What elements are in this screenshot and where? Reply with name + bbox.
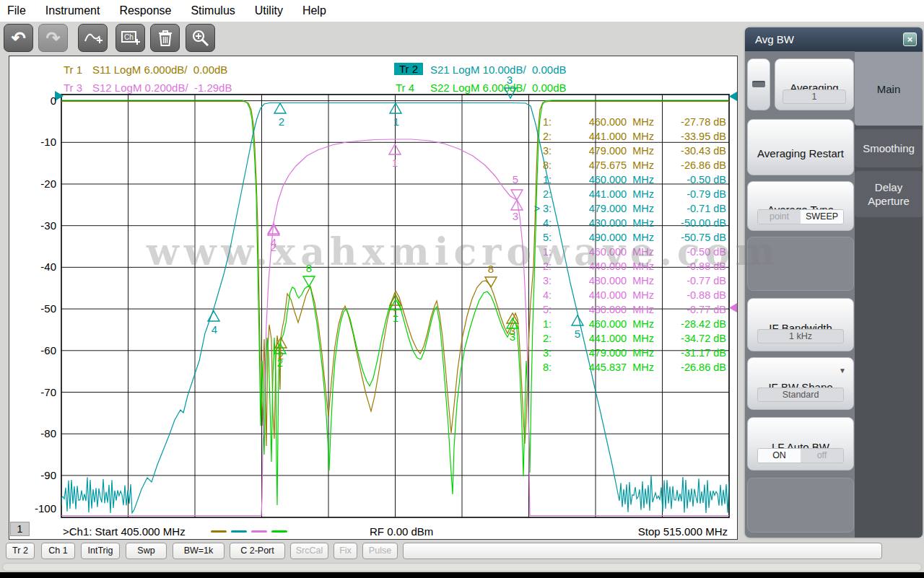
lf-auto-bw-on[interactable]: ON (758, 449, 801, 463)
y-tick--70: -70 (20, 386, 56, 398)
dropdown-arrow-icon: ▼ (839, 367, 846, 375)
marker-row: 4:440.000 MHz-0.88 dB (521, 288, 726, 302)
vna-application-window: FileInstrumentResponseStimulusUtilityHel… (0, 0, 924, 578)
menu-instrument[interactable]: Instrument (45, 4, 100, 17)
trace2-id-active-badge[interactable]: Tr 2 (394, 63, 423, 75)
if-bandwidth-button[interactable]: IF Bandwidth 1 kHz (747, 298, 854, 351)
if-bw-shape-value[interactable]: Standard (757, 387, 844, 402)
trace4-id[interactable]: Tr 4 (396, 82, 414, 94)
marker-row: 5:490.000 MHz-50.75 dB (521, 230, 726, 245)
averaging-button[interactable]: Averaging 1 (775, 58, 854, 110)
average-type-toggle[interactable]: point SWEEP (757, 209, 844, 224)
panel-close-button[interactable]: × (903, 32, 917, 46)
status-swp[interactable]: Swp (126, 543, 167, 559)
marker-row: > 3:479.000 MHz-0.71 dB (521, 201, 726, 216)
stop-frequency-label[interactable]: Stop 515.000 MHz (614, 525, 728, 538)
averaging-restart-label: Averaging Restart (748, 147, 853, 161)
status-inttrig[interactable]: IntTrig (81, 543, 120, 559)
marker-row: 3:480.000 MHz-0.77 dB (521, 273, 726, 288)
status-ch-1[interactable]: Ch 1 (41, 543, 75, 559)
status-empty[interactable] (403, 543, 882, 559)
status-tr-2[interactable]: Tr 2 (6, 543, 35, 559)
menu-stimulus[interactable]: Stimulus (191, 4, 235, 17)
undo-icon: ↶ (11, 30, 25, 47)
y-tick--40: -40 (20, 260, 56, 273)
y-tick--10: -10 (20, 136, 56, 148)
status-c-2-port[interactable]: C 2-Port (230, 543, 285, 559)
undo-button[interactable]: ↶ (4, 24, 33, 52)
status-bw=1k[interactable]: BW=1k (173, 543, 225, 559)
trace4-label: S22 LogM 6.000dB/ 0.00dB (430, 82, 566, 94)
add-channel-button[interactable]: Ch (116, 24, 145, 52)
average-type-point[interactable]: point (758, 210, 801, 224)
bottom-black-bar (0, 572, 924, 578)
svg-text:Ch: Ch (124, 33, 134, 41)
y-tick-0: 0 (20, 95, 56, 107)
panel-title: Avg BW (745, 27, 923, 51)
status-bar: Tr 2Ch 1IntTrigSwpBW=1kC 2-PortSrcCalFix… (0, 540, 924, 561)
magnifier-plus-icon (191, 29, 210, 48)
menu-utility[interactable]: Utility (255, 4, 283, 17)
status-srccal[interactable]: SrcCal (290, 543, 328, 559)
delete-button[interactable] (150, 24, 180, 52)
marker-row: 3:479.000 MHz-31.17 dB (521, 346, 726, 360)
marker-row: 4:430.000 MHz-50.00 dB (521, 216, 726, 230)
blank-button-2 (747, 478, 854, 533)
marker-row: 1:460.000 MHz-28.42 dB (521, 317, 726, 331)
averaging-value[interactable]: 1 (783, 89, 846, 104)
zoom-button[interactable] (186, 24, 215, 52)
marker-row: 1:460.000 MHz-0.50 dB (521, 245, 726, 259)
trace1-id[interactable]: Tr 1 (64, 64, 82, 76)
marker-row: 1:460.000 MHz-0.50 dB (521, 172, 726, 187)
menu-file[interactable]: File (7, 4, 26, 17)
y-tick--60: -60 (20, 344, 56, 356)
averaging-restart-button[interactable]: Averaging Restart (747, 119, 854, 175)
legend-swatch (271, 530, 287, 533)
marker-row: 1:460.000 MHz-27.78 dB (521, 115, 726, 129)
menu-bar: FileInstrumentResponseStimulusUtilityHel… (0, 0, 924, 22)
marker-row: 2:441.000 MHz-0.79 dB (521, 187, 726, 201)
lf-auto-bw-button[interactable]: LF Auto BW ON off (747, 417, 854, 470)
tab-smoothing[interactable]: Smoothing (855, 129, 923, 167)
average-type-button[interactable]: Average Type point SWEEP (747, 181, 854, 231)
trace3-id[interactable]: Tr 3 (64, 82, 82, 94)
marker-row: 3:479.000 MHz-30.43 dB (521, 144, 726, 158)
status-fix[interactable]: Fix (334, 543, 357, 559)
tab-main[interactable]: Main (855, 52, 923, 126)
y-tick--20: -20 (20, 178, 56, 190)
avg-bw-panel: Main Smoothing Delay Aperture Avg BW × A… (745, 27, 923, 538)
tab-delay-aperture[interactable]: Delay Aperture (855, 171, 923, 217)
marker-row: 8:445.837 MHz-26.86 dB (521, 360, 726, 375)
menu-help[interactable]: Help (302, 4, 326, 17)
status-strip-empty (2, 563, 922, 572)
add-trace-button[interactable] (78, 24, 108, 52)
if-bandwidth-value[interactable]: 1 kHz (757, 329, 844, 343)
legend-swatch (251, 530, 267, 533)
legend-swatch (211, 530, 227, 533)
add-trace-icon (83, 29, 103, 48)
redo-button[interactable]: ↷ (38, 24, 68, 52)
trash-icon (157, 29, 174, 48)
lf-auto-bw-off[interactable]: off (801, 449, 843, 463)
channel-start-label[interactable]: >Ch1: Start 405.000 MHz (63, 525, 186, 538)
rf-power-label[interactable]: RF 0.00 dBm (370, 525, 433, 538)
y-tick--80: -80 (20, 427, 56, 439)
menu-response[interactable]: Response (119, 4, 171, 17)
marker-row: 2:440.000 MHz-0.88 dB (521, 259, 726, 273)
toggle-slot-icon (752, 81, 765, 87)
if-bw-shape-button[interactable]: IF BW Shape ▼ Standard (747, 357, 854, 410)
add-channel-icon: Ch (121, 29, 141, 48)
close-icon: × (907, 34, 913, 45)
averaging-toggle-button[interactable] (747, 58, 770, 110)
marker-row: 2:441.000 MHz-33.95 dB (521, 129, 726, 144)
status-pulse[interactable]: Pulse (362, 543, 398, 559)
average-type-sweep[interactable]: SWEEP (801, 210, 843, 224)
y-tick--100: -100 (20, 502, 56, 514)
trace2-label: S21 LogM 10.00dB/ 0.00dB (430, 64, 566, 76)
trace3-label: S12 LogM 0.200dB/ -1.29dB (92, 82, 232, 94)
channel-number-badge[interactable]: 1 (10, 522, 30, 536)
blank-button-1 (747, 237, 854, 291)
lf-auto-bw-toggle[interactable]: ON off (757, 448, 844, 463)
y-tick--50: -50 (20, 302, 56, 315)
marker-row: 8:475.675 MHz-26.86 dB (521, 158, 726, 172)
